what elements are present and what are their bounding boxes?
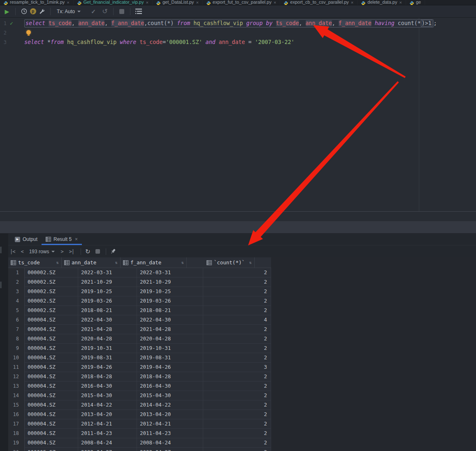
cell[interactable]: 2012-04-21 (78, 419, 137, 429)
cell[interactable]: 2011-04-23 (78, 429, 137, 438)
cell[interactable]: 2 (203, 391, 271, 400)
row-number[interactable]: 12 (8, 372, 25, 382)
cell[interactable]: 000004.SZ (25, 325, 78, 334)
editor-tab-delete_data-py[interactable]: delete_data.py× (358, 0, 406, 5)
last-page-icon[interactable]: >| (69, 249, 74, 254)
cell[interactable]: 000004.SZ (25, 382, 78, 391)
cell[interactable]: 2020-04-28 (137, 334, 203, 344)
table-row-17[interactable]: 17000004.SZ2012-04-212012-04-212 (8, 419, 271, 429)
cell[interactable]: 000004.SZ (25, 391, 78, 400)
cell[interactable]: 000004.SZ (25, 353, 78, 363)
cell[interactable]: 2 (203, 353, 271, 363)
close-icon[interactable]: × (75, 236, 78, 242)
cell[interactable]: 2014-04-22 (137, 400, 203, 410)
column-header-ann_date[interactable]: ann_date⇅ (62, 257, 121, 268)
cell[interactable]: 2 (203, 306, 271, 315)
cell[interactable]: 000004.SZ (25, 315, 78, 325)
cell[interactable]: 2 (203, 296, 271, 306)
cell[interactable]: 2018-08-21 (137, 306, 203, 315)
cell[interactable]: 2019-10-25 (137, 287, 203, 296)
row-number[interactable]: 11 (8, 363, 25, 372)
cell[interactable]: 2019-08-31 (78, 353, 137, 363)
cell[interactable]: 000002.SZ (25, 278, 78, 287)
results-tab-result-5[interactable]: Result 5× (42, 234, 82, 245)
table-row-12[interactable]: 12000004.SZ2018-04-282018-04-282 (8, 372, 271, 382)
row-number[interactable]: 14 (8, 391, 25, 400)
cell[interactable]: 000004.SZ (25, 419, 78, 429)
cell[interactable]: 2019-03-26 (137, 296, 203, 306)
row-number[interactable]: 15 (8, 400, 25, 410)
cell[interactable]: 2019-08-31 (137, 353, 203, 363)
cell[interactable]: 2 (203, 344, 271, 353)
close-icon[interactable]: × (274, 0, 276, 5)
table-row-6[interactable]: 6000004.SZ2022-04-302022-04-304 (8, 315, 271, 325)
cell[interactable]: 2 (203, 448, 271, 451)
results-tab-output[interactable]: ▶Output (11, 234, 42, 245)
cell[interactable]: 2019-10-31 (78, 344, 137, 353)
table-row-19[interactable]: 19000004.SZ2008-04-242008-04-242 (8, 438, 271, 448)
row-number[interactable]: 4 (8, 296, 25, 306)
cell[interactable]: 2022-04-27 (137, 448, 203, 451)
table-row-4[interactable]: 4000002.SZ2019-03-262019-03-262 (8, 296, 271, 306)
previous-page-icon[interactable]: < (21, 249, 23, 254)
row-number[interactable]: 10 (8, 353, 25, 363)
cell[interactable]: 2013-04-20 (137, 410, 203, 419)
cell[interactable]: 2013-04-20 (78, 410, 137, 419)
next-page-icon[interactable]: > (60, 249, 63, 254)
sort-icon[interactable]: ⇅ (249, 260, 252, 265)
cell[interactable]: 2012-04-21 (137, 419, 203, 429)
cell[interactable]: 2016-04-30 (78, 382, 137, 391)
table-row-8[interactable]: 8000004.SZ2020-04-282020-04-282 (8, 334, 271, 344)
table-row-1[interactable]: 1000002.SZ2022-03-312022-03-312 (8, 268, 271, 278)
cell[interactable]: 2008-04-24 (78, 438, 137, 448)
editor-tab-ge[interactable]: ge (406, 0, 425, 5)
result-layout-icon[interactable] (134, 7, 143, 16)
cell[interactable]: 000004.SZ (25, 363, 78, 372)
cell[interactable]: 2019-04-26 (78, 363, 137, 372)
cell[interactable]: 2 (203, 372, 271, 382)
close-icon[interactable]: × (351, 0, 353, 5)
row-number[interactable]: 9 (8, 344, 25, 353)
row-number[interactable]: 1 (8, 268, 25, 278)
column-header-count[interactable]: `count(*)`⇅ (187, 257, 255, 268)
table-row-20[interactable]: 20000005.SZ2022-04-272022-04-272 (8, 448, 271, 451)
cell[interactable]: 2022-04-30 (137, 315, 203, 325)
row-number[interactable]: 16 (8, 410, 25, 419)
row-number[interactable]: 6 (8, 315, 25, 325)
cell[interactable]: 000004.SZ (25, 372, 78, 382)
cell[interactable]: 000004.SZ (25, 429, 78, 438)
cell[interactable]: 2 (203, 268, 271, 278)
cell[interactable]: 2016-04-30 (137, 382, 203, 391)
row-number[interactable]: 20 (8, 448, 25, 451)
editor-line-1[interactable]: 1✓select ts_code, ann_date, f_ann_date,c… (0, 19, 476, 28)
intention-bulb-icon[interactable] (26, 30, 31, 35)
strip-mark[interactable] (0, 282, 2, 288)
strip-mark[interactable] (0, 247, 2, 253)
cell[interactable]: 2 (203, 419, 271, 429)
sort-icon[interactable]: ⇅ (115, 260, 118, 265)
cell[interactable]: 2022-04-30 (78, 315, 137, 325)
cell[interactable]: 000004.SZ (25, 400, 78, 410)
cell[interactable]: 2 (203, 278, 271, 287)
cell[interactable]: 000002.SZ (25, 296, 78, 306)
cell[interactable]: 2019-10-31 (137, 344, 203, 353)
cell[interactable]: 2 (203, 400, 271, 410)
row-number[interactable]: 7 (8, 325, 25, 334)
stop-icon[interactable] (95, 249, 100, 254)
cell[interactable]: 000002.SZ (25, 268, 78, 278)
cell[interactable]: 2 (203, 429, 271, 438)
table-row-9[interactable]: 9000004.SZ2019-10-312019-10-312 (8, 344, 271, 353)
cell[interactable]: 2 (203, 382, 271, 391)
row-number[interactable]: 17 (8, 419, 25, 429)
first-page-icon[interactable]: |< (10, 249, 15, 254)
cell[interactable]: 2015-04-30 (137, 391, 203, 400)
cell[interactable]: 000004.SZ (25, 438, 78, 448)
cell[interactable]: 2 (203, 287, 271, 296)
cell[interactable]: 2 (203, 325, 271, 334)
cell[interactable]: 2018-04-28 (78, 372, 137, 382)
cell[interactable]: 2015-04-30 (78, 391, 137, 400)
cell[interactable]: 2021-04-28 (78, 325, 137, 334)
cell[interactable]: 000005.SZ (25, 448, 78, 451)
cell[interactable]: 000004.SZ (25, 410, 78, 419)
commit-icon[interactable]: ✓ (89, 7, 98, 16)
